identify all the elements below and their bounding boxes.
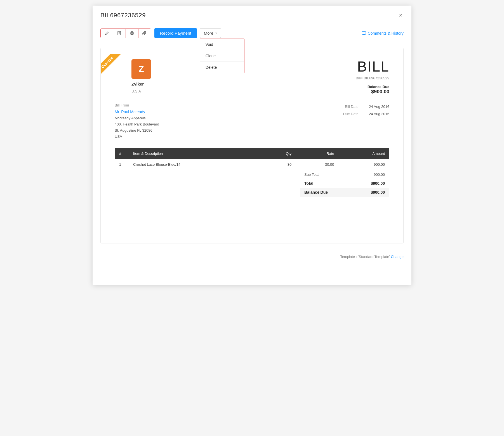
- close-button[interactable]: ×: [398, 11, 404, 20]
- bill-top: Z Zylker U.S.A BILL Bill# BIL6967236529 …: [115, 59, 389, 95]
- overdue-ribbon: Overdue: [100, 54, 129, 84]
- bill-from-section: Bill From Mr. Paul Mcready Mccready Appa…: [115, 103, 389, 140]
- due-date-label: Due Date :: [343, 110, 361, 118]
- vendor-name: Zylker: [131, 82, 151, 86]
- bill-number: Bill# BIL6967236529: [356, 76, 389, 80]
- row-qty: 30: [262, 159, 296, 170]
- dropdown-item-clone[interactable]: Clone: [200, 50, 244, 62]
- more-dropdown-menu: Void Clone Delete: [200, 39, 244, 73]
- bill-from-address3: USA: [115, 134, 159, 140]
- totals-section: Sub Total 900.00 Total $900.00 Balance D…: [115, 170, 389, 197]
- svg-rect-2: [131, 34, 133, 34]
- items-table: # Item & Description Qty Rate Amount 1 C…: [115, 148, 389, 170]
- record-payment-button[interactable]: Record Payment: [154, 28, 197, 38]
- icon-group: [100, 29, 151, 38]
- balance-due-footer-row: Balance Due $900.00: [300, 188, 389, 197]
- row-description: Crochet Lace Blouse-Blue/14: [129, 159, 262, 170]
- col-header-num: #: [115, 148, 129, 159]
- attach-button[interactable]: [138, 29, 151, 38]
- pdf-icon: [117, 31, 122, 35]
- col-header-qty: Qty: [262, 148, 296, 159]
- totals-table: Sub Total 900.00 Total $900.00 Balance D…: [300, 170, 389, 197]
- modal-title: BIL6967236529: [100, 12, 146, 19]
- pdf-button[interactable]: [113, 29, 126, 38]
- bill-from-address2: St. Augustine FL 32086: [115, 127, 159, 134]
- dropdown-item-delete[interactable]: Delete: [200, 62, 244, 73]
- bill-title-section: BILL Bill# BIL6967236529 Balance Due $90…: [356, 59, 389, 95]
- print-icon: [130, 31, 134, 35]
- edit-button[interactable]: [101, 29, 113, 38]
- table-row: 1 Crochet Lace Blouse-Blue/14 30 30.00 9…: [115, 159, 389, 170]
- content-area: Overdue Z Zylker U.S.A BILL Bill# BIL696…: [93, 42, 411, 249]
- svg-rect-3: [362, 32, 366, 34]
- col-header-rate: Rate: [296, 148, 338, 159]
- bill-date-row: Bill Date : 24 Aug 2016: [343, 103, 389, 110]
- bill-from-company: Mccready Apparels: [115, 115, 159, 121]
- bill-title: BILL: [356, 59, 389, 74]
- bill-dates: Bill Date : 24 Aug 2016 Due Date : 24 Au…: [343, 103, 389, 140]
- edit-icon: [105, 31, 109, 35]
- comments-icon: [362, 31, 366, 35]
- template-label: Template : 'Standard Template': [340, 255, 390, 259]
- balance-due-row-label: Balance Due: [304, 190, 328, 195]
- change-link[interactable]: Change: [391, 255, 404, 259]
- balance-due-row-value: $900.00: [371, 190, 385, 195]
- bill-from-label: Bill From: [115, 103, 159, 107]
- bill-date-label: Bill Date :: [345, 103, 361, 110]
- bill-from-left: Bill From Mr. Paul Mcready Mccready Appa…: [115, 103, 159, 140]
- print-button[interactable]: [126, 29, 138, 38]
- overdue-label: Overdue: [100, 54, 123, 78]
- comments-history-button[interactable]: Comments & History: [362, 31, 404, 35]
- due-date-value: 24 Aug 2016: [369, 110, 389, 118]
- vendor-avatar: Z: [131, 59, 151, 79]
- row-rate: 30.00: [296, 159, 338, 170]
- balance-due-label: Balance Due: [356, 85, 389, 89]
- row-amount: 900.00: [339, 159, 389, 170]
- col-header-amount: Amount: [339, 148, 389, 159]
- modal-header: BIL6967236529 ×: [93, 6, 411, 24]
- modal-container: BIL6967236529 ×: [93, 6, 411, 285]
- attach-icon: [142, 31, 147, 35]
- bill-date-value: 24 Aug 2016: [369, 103, 389, 110]
- total-row: Total $900.00: [300, 179, 389, 188]
- vendor-country: U.S.A: [131, 89, 151, 93]
- total-value: $900.00: [371, 181, 385, 186]
- toolbar: Record Payment More ▾ Void Clone Delete …: [93, 24, 411, 42]
- chevron-down-icon: ▾: [215, 32, 217, 35]
- template-footer: Template : 'Standard Template' Change: [93, 249, 411, 264]
- balance-due-amount: $900.00: [356, 89, 389, 95]
- dropdown-item-void[interactable]: Void: [200, 39, 244, 50]
- sub-total-value: 900.00: [374, 172, 385, 177]
- due-date-row: Due Date : 24 Aug 2016: [343, 110, 389, 118]
- bill-from-address1: 400, Health Park Boulevard: [115, 121, 159, 127]
- bill-card: Overdue Z Zylker U.S.A BILL Bill# BIL696…: [100, 48, 404, 243]
- more-dropdown-wrapper: More ▾ Void Clone Delete: [200, 28, 221, 38]
- row-num: 1: [115, 159, 129, 170]
- total-label: Total: [304, 181, 313, 186]
- more-button[interactable]: More ▾: [200, 28, 221, 38]
- col-header-description: Item & Description: [129, 148, 262, 159]
- sub-total-label: Sub Total: [304, 172, 319, 177]
- bill-from-name[interactable]: Mr. Paul Mcready: [115, 110, 159, 114]
- sub-total-row: Sub Total 900.00: [300, 170, 389, 179]
